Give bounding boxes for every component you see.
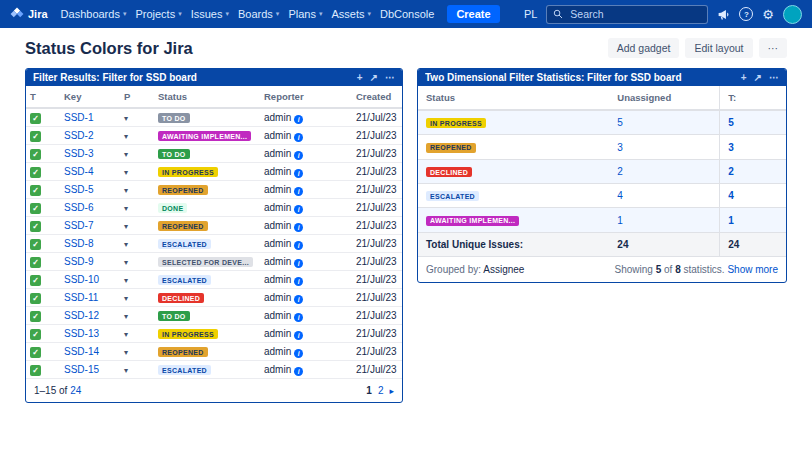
- filter-results-footer: 1–15 of 24 1 2 ▸: [26, 379, 402, 402]
- nav-item-dbconsole[interactable]: DbConsole: [380, 8, 434, 20]
- reporter-name: admin: [264, 292, 291, 303]
- issue-key-link[interactable]: SSD-10: [64, 274, 99, 285]
- info-icon[interactable]: i: [294, 115, 303, 124]
- info-icon[interactable]: i: [294, 241, 303, 250]
- table-row: ✓ SSD-9 ▾ SELECTED FOR DEVE... admini 21…: [26, 253, 402, 271]
- gadget-menu-icon[interactable]: ⋯: [769, 72, 779, 83]
- move-gadget-icon[interactable]: +: [741, 72, 747, 83]
- next-page-icon[interactable]: ▸: [389, 386, 394, 396]
- info-icon[interactable]: i: [294, 133, 303, 142]
- total-count-link[interactable]: 1: [728, 215, 734, 226]
- info-icon[interactable]: i: [294, 331, 303, 340]
- nav-item-label: Dashboards: [61, 8, 120, 20]
- issue-key-link[interactable]: SSD-12: [64, 310, 99, 321]
- created-date: 21/Jul/23: [352, 289, 402, 307]
- issue-key-link[interactable]: SSD-4: [64, 166, 93, 177]
- col-header-reporter: Reporter: [260, 86, 352, 108]
- edit-layout-button[interactable]: Edit layout: [685, 38, 752, 58]
- show-more-link[interactable]: Show more: [727, 264, 778, 275]
- nav-item-boards[interactable]: Boards ▾: [238, 8, 279, 20]
- info-icon[interactable]: i: [294, 187, 303, 196]
- priority-icon: ▾: [124, 240, 128, 249]
- announcements-icon[interactable]: [717, 8, 730, 21]
- info-icon[interactable]: i: [294, 223, 303, 232]
- nav-item-label: Plans: [288, 8, 316, 20]
- issue-key-link[interactable]: SSD-1: [64, 112, 93, 123]
- unassigned-count-link[interactable]: 3: [617, 142, 623, 153]
- more-actions-button[interactable]: ···: [759, 38, 788, 58]
- move-gadget-icon[interactable]: +: [357, 72, 363, 83]
- total-count-link[interactable]: 4: [728, 190, 734, 201]
- page-2-button[interactable]: 2: [378, 385, 384, 396]
- info-icon[interactable]: i: [294, 259, 303, 268]
- gear-icon[interactable]: ⚙: [762, 8, 774, 21]
- info-icon[interactable]: i: [294, 151, 303, 160]
- status-badge: SELECTED FOR DEVE...: [158, 257, 253, 267]
- navbar-search[interactable]: [546, 5, 708, 24]
- issue-key-link[interactable]: SSD-9: [64, 256, 93, 267]
- total-count-link[interactable]: 2: [728, 166, 734, 177]
- issue-key-link[interactable]: SSD-11: [64, 292, 98, 303]
- page-1-button[interactable]: 1: [366, 385, 372, 396]
- issue-key-link[interactable]: SSD-3: [64, 148, 93, 159]
- issue-key-link[interactable]: SSD-14: [64, 346, 99, 357]
- total-count-link[interactable]: 5: [728, 117, 734, 128]
- nav-item-label: Issues: [191, 8, 223, 20]
- task-type-icon: ✓: [30, 203, 41, 214]
- issue-key-link[interactable]: SSD-2: [64, 130, 93, 141]
- status-badge: AWAITING IMPLEMEN...: [426, 216, 519, 226]
- total-count-link[interactable]: 3: [728, 142, 734, 153]
- info-icon[interactable]: i: [294, 295, 303, 304]
- status-badge: ESCALATED: [158, 365, 211, 375]
- page-actions: Add gadget Edit layout ···: [608, 38, 787, 58]
- issue-key-link[interactable]: SSD-15: [64, 364, 99, 375]
- expand-gadget-icon[interactable]: ↗: [370, 72, 378, 83]
- issue-key-link[interactable]: SSD-13: [64, 328, 99, 339]
- two-dimensional-stats-gadget: Two Dimensional Filter Statistics: Filte…: [417, 68, 787, 283]
- created-date: 21/Jul/23: [352, 163, 402, 181]
- unassigned-count-link[interactable]: 5: [617, 117, 623, 128]
- issue-key-link[interactable]: SSD-7: [64, 220, 93, 231]
- unassigned-count-link[interactable]: 4: [617, 190, 623, 201]
- add-gadget-button[interactable]: Add gadget: [608, 38, 680, 58]
- search-input[interactable]: [568, 7, 701, 21]
- unassigned-count-link[interactable]: 1: [617, 215, 623, 226]
- help-icon[interactable]: ?: [739, 7, 753, 21]
- info-icon[interactable]: i: [294, 313, 303, 322]
- total-label: Total Unique Issues:: [418, 232, 609, 256]
- info-icon[interactable]: i: [294, 205, 303, 214]
- total-count-link[interactable]: 24: [70, 385, 81, 396]
- filter-results-gadget: Filter Results: Filter for SSD board + ↗…: [25, 68, 403, 403]
- table-row: ✓ SSD-3 ▾ TO DO admini 21/Jul/23: [26, 145, 402, 163]
- nav-item-projects[interactable]: Projects ▾: [135, 8, 181, 20]
- create-button[interactable]: Create: [447, 5, 499, 23]
- info-icon[interactable]: i: [294, 169, 303, 178]
- col-header-status: Status: [154, 86, 260, 108]
- reporter-name: admin: [264, 112, 291, 123]
- reporter-name: admin: [264, 184, 291, 195]
- expand-gadget-icon[interactable]: ↗: [754, 72, 762, 83]
- table-row: ✓ SSD-8 ▾ ESCALATED admini 21/Jul/23: [26, 235, 402, 253]
- unassigned-count-link[interactable]: 2: [617, 166, 623, 177]
- info-icon[interactable]: i: [294, 349, 303, 358]
- nav-item-assets[interactable]: Assets ▾: [331, 8, 371, 20]
- issue-key-link[interactable]: SSD-5: [64, 184, 93, 195]
- nav-item-issues[interactable]: Issues ▾: [191, 8, 229, 20]
- issue-key-link[interactable]: SSD-6: [64, 202, 93, 213]
- jira-logo[interactable]: Jira: [10, 7, 48, 21]
- table-row: ✓ SSD-14 ▾ REOPENED admini 21/Jul/23: [26, 343, 402, 361]
- showing-total: 8: [675, 264, 681, 275]
- gadget-menu-icon[interactable]: ⋯: [385, 72, 395, 83]
- issue-key-link[interactable]: SSD-8: [64, 238, 93, 249]
- info-icon[interactable]: i: [294, 367, 303, 376]
- info-icon[interactable]: i: [294, 277, 303, 286]
- user-avatar[interactable]: [783, 5, 802, 24]
- table-row: ✓ SSD-15 ▾ ESCALATED admini 21/Jul/23: [26, 361, 402, 379]
- stats-row: DECLINED 2 2: [418, 159, 786, 183]
- table-row: ✓ SSD-5 ▾ REOPENED admini 21/Jul/23: [26, 181, 402, 199]
- stats-header: Two Dimensional Filter Statistics: Filte…: [418, 69, 786, 86]
- reporter-name: admin: [264, 220, 291, 231]
- reporter-name: admin: [264, 148, 291, 159]
- nav-item-dashboards[interactable]: Dashboards ▾: [61, 8, 127, 20]
- nav-item-plans[interactable]: Plans ▾: [288, 8, 322, 20]
